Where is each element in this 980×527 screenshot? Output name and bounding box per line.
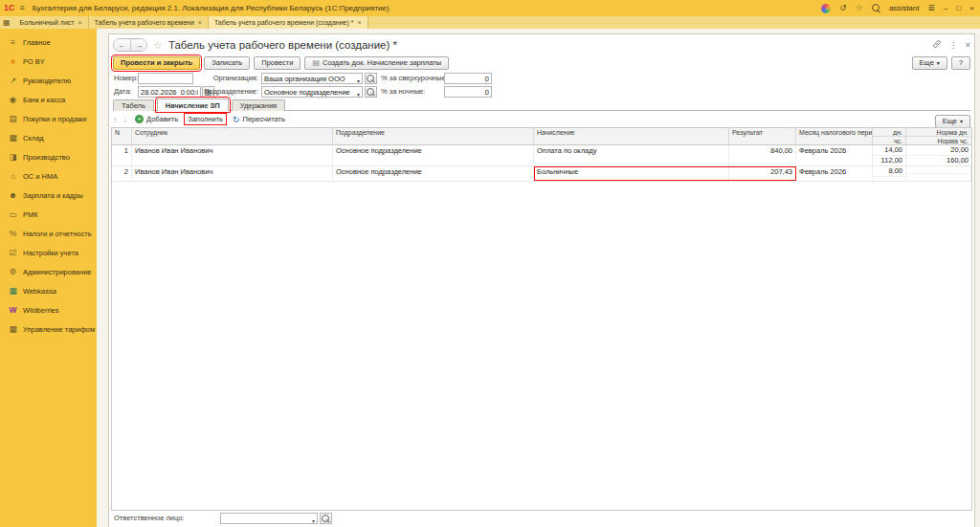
forward-button[interactable] (130, 39, 146, 51)
cell-result[interactable]: 207,43 (729, 166, 796, 181)
col-department: Подразделение (333, 128, 534, 144)
close-tab-icon[interactable] (198, 19, 202, 26)
history-icon[interactable] (839, 4, 847, 12)
cell-result[interactable]: 840,00 (729, 145, 796, 165)
sidebar-item-tariff[interactable]: ▦Управление тарифом (0, 319, 97, 339)
add-label: Добавить (146, 115, 178, 123)
sidebar-item-manager[interactable]: ↗Руководителю (0, 71, 97, 90)
cell-days-hours[interactable]: 14,00 112,00 (873, 145, 906, 165)
user-name[interactable]: assistant (889, 4, 920, 12)
tab-timesheet[interactable]: Табель (113, 99, 154, 111)
tab-list-icon[interactable] (3, 18, 11, 27)
cell-month[interactable]: Февраль 2026 (796, 166, 873, 181)
gear-icon: ⚙ (8, 268, 18, 276)
department-choose-button[interactable] (365, 86, 377, 98)
add-row-button[interactable]: +Добавить (133, 115, 180, 123)
sidebar-item-label: Главное (23, 38, 51, 47)
cell-hours (873, 176, 905, 181)
sidebar-item-bank-cash[interactable]: ◉Банк и касса (0, 90, 97, 109)
sidebar-item-purchases-sales[interactable]: ▤Покупки и продажи (0, 109, 97, 128)
cell-accrual[interactable]: Больничные (534, 166, 729, 181)
sidebar-item-administration[interactable]: ⚙Администрирование (0, 262, 97, 281)
tariff-grid-icon: ▦ (8, 325, 18, 334)
tab-label: Больничный лист (20, 19, 75, 26)
close-tab-icon[interactable] (357, 19, 361, 26)
link-icon[interactable] (932, 39, 942, 51)
sidebar-item-label: Wildberries (23, 306, 59, 315)
sidebar-item-rmk[interactable]: ▭РМК (0, 205, 97, 224)
cell-department[interactable]: Основное подразделение (333, 145, 534, 165)
close-tab-icon[interactable] (78, 19, 82, 26)
tab-deductions[interactable]: Удержания (232, 99, 285, 111)
post-and-close-button[interactable]: Провести и закрыть (113, 56, 200, 70)
sidebar-item-warehouse[interactable]: ▦Склад (0, 128, 97, 147)
tab-sick-leave[interactable]: Больничный лист (14, 16, 89, 29)
col-norm: Норма дн. Норма чс. (906, 128, 971, 144)
favorites-icon[interactable] (856, 4, 863, 12)
create-payroll-doc-button[interactable]: Создать док. Начисление зарплаты (304, 56, 449, 70)
sidebar-item-salary-hr[interactable]: ☻Зарплата и кадры (0, 186, 97, 205)
cell-accrual[interactable]: Оплата по окладу (534, 145, 729, 165)
table-row[interactable]: 2 Иванов Иван Иванович Основное подразде… (112, 166, 971, 182)
cell-department[interactable]: Основное подразделение (333, 166, 534, 181)
fill-button[interactable]: Заполнить (186, 115, 225, 123)
cell-month[interactable]: Февраль 2026 (796, 145, 873, 165)
service-menu-icon[interactable] (927, 4, 935, 12)
copilot-icon[interactable] (821, 4, 831, 13)
sidebar-item-wildberries[interactable]: WWildberries (0, 300, 97, 319)
tab-timesheet-new[interactable]: Табель учета рабочего времени (создание)… (209, 16, 368, 29)
cell-employee[interactable]: Иванов Иван Иванович (132, 145, 333, 165)
maximize-button[interactable] (956, 5, 961, 12)
organization-choose-button[interactable] (365, 73, 377, 84)
responsible-choose-button[interactable] (320, 513, 332, 524)
cell-days-hours[interactable]: 8,00 (873, 166, 906, 181)
close-form-icon[interactable] (966, 40, 970, 50)
night-percent-field[interactable] (444, 86, 492, 98)
sidebar-item-production[interactable]: ◨Производство (0, 147, 97, 166)
main-menu-icon[interactable] (20, 4, 25, 12)
chevron-down-icon[interactable] (312, 510, 317, 527)
help-button[interactable]: ? (951, 56, 970, 70)
recalculate-button[interactable]: Пересчитать (231, 115, 287, 124)
table-toolbar: +Добавить Заполнить Пересчитать Еще (113, 113, 970, 125)
post-button[interactable]: Провести (254, 56, 301, 70)
sidebar-item-accounting-settings[interactable]: ☑Настройки учета (0, 243, 97, 262)
sidebar-item-webkassa[interactable]: ▦Webkassa (0, 281, 97, 300)
back-button[interactable] (114, 39, 130, 51)
col-days: дн. (873, 128, 905, 136)
sidebar-item-taxes[interactable]: %Налоги и отчетность (0, 224, 97, 243)
cell-employee[interactable]: Иванов Иван Иванович (132, 166, 333, 181)
organization-field[interactable]: Ваша организация ООО (261, 73, 363, 84)
move-down-icon[interactable] (123, 115, 128, 124)
sidebar-item-po-by[interactable]: ∗РО BY (0, 52, 97, 71)
more-label: Еще (943, 117, 957, 125)
tab-timesheet-list[interactable]: Табель учета рабочего времени (89, 16, 209, 29)
close-window-button[interactable] (969, 5, 974, 12)
document-form: Табель учета рабочего времени (создание)… (108, 33, 975, 527)
department-field[interactable]: Основное подразделение (261, 86, 363, 98)
minimize-button[interactable] (944, 5, 947, 12)
table-row[interactable]: 1 Иванов Иван Иванович Основное подразде… (112, 145, 971, 166)
move-up-icon[interactable] (113, 115, 118, 124)
people-icon: ☻ (8, 191, 18, 200)
building-icon: ⌂ (8, 172, 18, 181)
sidebar-item-label: Администрирование (23, 268, 92, 276)
cell-n[interactable]: 2 (112, 166, 132, 181)
sidebar: ≡Главное ∗РО BY ↗Руководителю ◉Банк и ка… (0, 29, 97, 527)
cell-norm[interactable]: 20,00 160,00 (906, 145, 971, 165)
cell-norm[interactable] (906, 166, 971, 181)
table-empty-area (112, 182, 971, 510)
cell-n[interactable]: 1 (112, 145, 132, 165)
more-menu-icon[interactable] (949, 40, 958, 50)
cart-icon: ▤ (8, 115, 18, 123)
sidebar-item-main[interactable]: ≡Главное (0, 33, 97, 52)
table-more-button[interactable]: Еще (935, 115, 970, 128)
tab-payroll-accrual[interactable]: Начисление ЗП (157, 99, 229, 111)
sidebar-item-fixed-assets[interactable]: ⌂ОС и НМА (0, 166, 97, 186)
search-icon[interactable] (872, 4, 880, 12)
more-button[interactable]: Еще (912, 56, 947, 70)
favorite-star-icon[interactable] (153, 39, 163, 52)
responsible-field[interactable] (220, 513, 318, 524)
save-button[interactable]: Записать (204, 56, 250, 70)
overtime-percent-field[interactable] (444, 73, 492, 84)
